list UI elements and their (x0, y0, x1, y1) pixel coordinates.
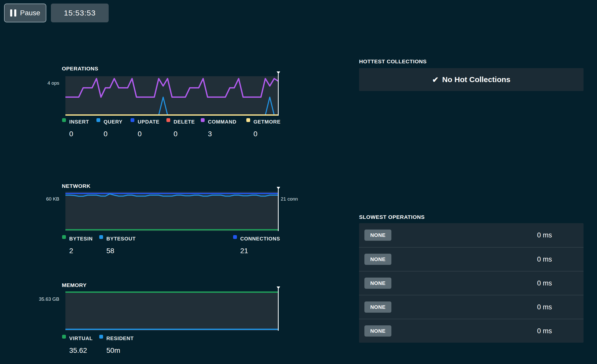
legend-value: 58 (106, 247, 136, 255)
bytesin-swatch-icon (62, 235, 66, 239)
legend-item-virtual: VIRTUAL 35.62 (62, 336, 93, 355)
resident-swatch-icon (99, 335, 103, 339)
delete-swatch-icon (166, 118, 170, 122)
operations-y-axis-label: 4 ops (0, 80, 59, 86)
none-badge: NONE (364, 301, 391, 313)
bytesout-swatch-icon (99, 235, 103, 239)
duration-value: 0 ms (537, 303, 552, 311)
legend-value: 21 (240, 247, 280, 255)
legend-item-bytesout: BYTESOUT 58 (99, 236, 136, 255)
legend-item-command: COMMAND 3 (201, 119, 236, 138)
chart-cursor (278, 289, 279, 331)
legend-item-getmore: GETMORE 0 (246, 119, 281, 138)
getmore-swatch-icon (246, 118, 250, 122)
network-y-axis-label: 60 KB (0, 196, 59, 202)
time-value: 15:53:53 (64, 9, 96, 17)
operations-title: OPERATIONS (62, 66, 98, 72)
operations-chart (65, 76, 279, 116)
slowest-operations-title: SLOWEST OPERATIONS (359, 214, 425, 220)
legend-label: DELETE (174, 119, 195, 125)
insert-swatch-icon (62, 118, 66, 122)
legend-label: BYTESIN (69, 236, 93, 242)
legend-item-query: QUERY 0 (96, 119, 122, 138)
query-swatch-icon (96, 118, 100, 122)
legend-value: 50m (106, 346, 134, 355)
table-row: NONE 0 ms (359, 247, 584, 271)
legend-item-connections: CONNECTIONS 21 (233, 236, 280, 255)
table-row: NONE 0 ms (359, 319, 584, 343)
memory-chart (65, 291, 279, 331)
network-right-axis-label: 21 conn (281, 196, 298, 202)
table-row: NONE 0 ms (359, 223, 584, 247)
operations-legend: INSERT 0 QUERY 0 UPDATE 0 DELETE 0 COMMA… (62, 119, 281, 149)
legend-label: QUERY (104, 119, 122, 125)
slowest-operations-panel: NONE 0 ms NONE 0 ms NONE 0 ms NONE 0 ms … (359, 223, 584, 343)
update-swatch-icon (131, 118, 134, 122)
legend-label: BYTESOUT (106, 236, 136, 242)
legend-label: RESIDENT (106, 336, 134, 341)
connections-swatch-icon (233, 235, 237, 239)
none-badge: NONE (364, 230, 391, 241)
no-hot-collections-label: No Hot Collections (442, 75, 510, 84)
legend-value: 2 (69, 247, 93, 255)
legend-item-bytesin: BYTESIN 2 (62, 236, 93, 255)
memory-y-axis-label: 35.63 GB (0, 296, 59, 302)
time-display: 15:53:53 (51, 4, 109, 22)
pause-icon (10, 9, 16, 17)
legend-label: UPDATE (138, 119, 160, 125)
table-row: NONE 0 ms (359, 295, 584, 319)
performance-dashboard: Pause 15:53:53 OPERATIONS 4 ops INSERT 0… (0, 0, 597, 364)
virtual-swatch-icon (62, 335, 66, 339)
legend-label: GETMORE (253, 119, 281, 125)
legend-label: CONNECTIONS (240, 236, 280, 242)
memory-title: MEMORY (62, 282, 87, 288)
legend-label: COMMAND (208, 119, 236, 125)
no-hot-collections-panel: ✔ No Hot Collections (359, 68, 584, 91)
memory-legend: VIRTUAL 35.62 RESIDENT 50m (62, 336, 281, 364)
legend-value: 0 (69, 130, 89, 138)
none-badge: NONE (364, 325, 391, 337)
command-swatch-icon (201, 118, 205, 122)
hottest-collections-title: HOTTEST COLLECTIONS (359, 58, 427, 65)
duration-value: 0 ms (537, 327, 552, 335)
duration-value: 0 ms (537, 231, 552, 239)
table-row: NONE 0 ms (359, 271, 584, 295)
network-chart (65, 192, 279, 231)
network-legend: BYTESIN 2 BYTESOUT 58 CONNECTIONS 21 (62, 236, 281, 266)
legend-value: 0 (138, 130, 160, 138)
legend-value: 3 (208, 130, 236, 138)
check-icon: ✔ (432, 75, 438, 84)
pause-button-label: Pause (20, 9, 40, 17)
duration-value: 0 ms (537, 279, 552, 287)
legend-item-resident: RESIDENT 50m (99, 336, 134, 355)
network-title: NETWORK (62, 183, 91, 189)
legend-item-insert: INSERT 0 (62, 119, 89, 138)
legend-value: 0 (174, 130, 195, 138)
chart-cursor (278, 74, 279, 116)
legend-value: 0 (104, 130, 122, 138)
legend-item-update: UPDATE 0 (131, 119, 160, 138)
duration-value: 0 ms (537, 255, 552, 263)
legend-label: INSERT (69, 119, 89, 125)
pause-button[interactable]: Pause (4, 4, 46, 22)
none-badge: NONE (364, 254, 391, 265)
legend-item-delete: DELETE 0 (166, 119, 195, 138)
none-badge: NONE (364, 278, 391, 289)
legend-label: VIRTUAL (69, 336, 93, 341)
legend-value: 35.62 (69, 346, 93, 355)
legend-value: 0 (253, 130, 281, 138)
chart-cursor (278, 189, 279, 231)
